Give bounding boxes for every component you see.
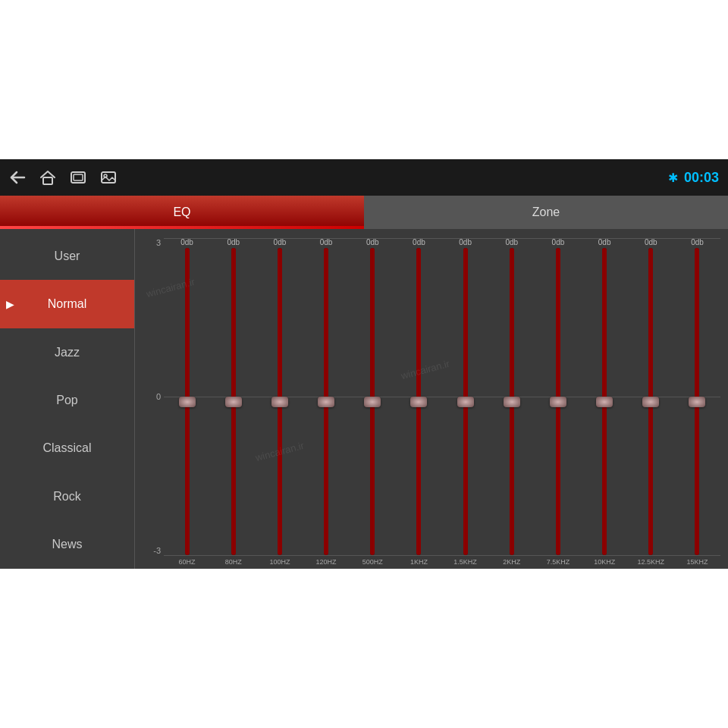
slider-thumb-2[interactable] bbox=[271, 397, 288, 407]
bluetooth-icon: ✱ bbox=[668, 171, 678, 185]
tab-zone[interactable]: Zone bbox=[364, 196, 728, 229]
tab-eq[interactable]: EQ bbox=[0, 196, 364, 229]
hz-label-9: 10KHZ bbox=[582, 558, 628, 566]
slider-thumb-1[interactable] bbox=[225, 397, 242, 407]
home-button[interactable] bbox=[39, 170, 56, 185]
slider-track-wrap-3 bbox=[303, 248, 350, 555]
hz-label-7: 2KHZ bbox=[488, 558, 535, 566]
slider-track-0 bbox=[185, 248, 190, 555]
window-button[interactable] bbox=[70, 171, 86, 184]
slider-fill-bot-5 bbox=[416, 402, 421, 556]
slider-thumb-9[interactable] bbox=[596, 397, 613, 407]
slider-track-7 bbox=[510, 248, 514, 555]
slider-track-wrap-0 bbox=[164, 248, 210, 555]
slider-fill-bot-9 bbox=[602, 402, 607, 556]
sidebar-item-news[interactable]: News bbox=[0, 521, 134, 569]
slider-fill-top-7 bbox=[510, 248, 514, 402]
slider-fill-top-10 bbox=[648, 248, 653, 402]
hz-label-4: 500HZ bbox=[350, 558, 396, 566]
hz-label-10: 12.5KHZ bbox=[628, 558, 674, 566]
db-label-7: 0db bbox=[505, 238, 518, 246]
sidebar-item-pop[interactable]: Pop bbox=[0, 376, 134, 424]
slider-fill-top-6 bbox=[463, 248, 468, 402]
grid-line-bot bbox=[164, 555, 720, 556]
slider-thumb-4[interactable] bbox=[364, 397, 381, 407]
slider-thumb-3[interactable] bbox=[318, 397, 334, 407]
hz-label-3: 120HZ bbox=[303, 558, 350, 566]
slider-track-wrap-5 bbox=[396, 248, 442, 555]
db-label-0: 0db bbox=[180, 238, 193, 246]
slider-fill-top-4 bbox=[370, 248, 375, 402]
svg-rect-4 bbox=[102, 172, 115, 183]
slider-track-wrap-4 bbox=[350, 248, 396, 555]
image-button[interactable] bbox=[100, 171, 117, 184]
slider-track-4 bbox=[370, 248, 375, 555]
db-label-10: 0db bbox=[645, 238, 657, 246]
eq-band-2KHZ[interactable]: 0db bbox=[488, 238, 535, 555]
slider-fill-bot-11 bbox=[695, 402, 699, 556]
slider-fill-bot-8 bbox=[556, 402, 560, 556]
back-button[interactable] bbox=[9, 171, 26, 184]
slider-track-6 bbox=[463, 248, 468, 555]
slider-fill-top-3 bbox=[324, 248, 328, 402]
scale-bot: -3 bbox=[153, 546, 161, 555]
slider-fill-bot-0 bbox=[185, 402, 190, 556]
slider-track-wrap-6 bbox=[442, 248, 488, 555]
slider-track-wrap-9 bbox=[582, 248, 628, 555]
slider-track-wrap-2 bbox=[256, 248, 303, 555]
eq-band-15KHZ[interactable]: 0db bbox=[674, 238, 720, 555]
slider-track-3 bbox=[324, 248, 328, 555]
eq-band-80HZ[interactable]: 0db bbox=[210, 238, 256, 555]
scale-mid: 0 bbox=[156, 392, 161, 401]
main-content: User ▶ Normal Jazz Pop Classical Rock Ne… bbox=[0, 229, 728, 569]
eq-band-100HZ[interactable]: 0db bbox=[256, 238, 303, 555]
slider-thumb-8[interactable] bbox=[550, 397, 566, 407]
sidebar-item-classical[interactable]: Classical bbox=[0, 425, 134, 472]
slider-fill-bot-4 bbox=[370, 402, 375, 556]
eq-band-1.5KHZ[interactable]: 0db bbox=[442, 238, 488, 555]
slider-thumb-10[interactable] bbox=[642, 397, 659, 407]
slider-fill-top-5 bbox=[416, 248, 421, 402]
slider-track-2 bbox=[278, 248, 282, 555]
slider-track-11 bbox=[695, 248, 699, 555]
eq-band-120HZ[interactable]: 0db bbox=[303, 238, 350, 555]
sidebar-item-jazz[interactable]: Jazz bbox=[0, 328, 134, 376]
slider-fill-bot-1 bbox=[231, 402, 236, 556]
play-arrow-icon: ▶ bbox=[6, 298, 14, 310]
slider-track-wrap-1 bbox=[210, 248, 256, 555]
eq-band-7.5KHZ[interactable]: 0db bbox=[535, 238, 581, 555]
slider-track-wrap-7 bbox=[488, 248, 535, 555]
hz-label-1: 80HZ bbox=[210, 558, 256, 566]
sidebar-item-rock[interactable]: Rock bbox=[0, 472, 134, 520]
slider-thumb-7[interactable] bbox=[504, 397, 520, 407]
hz-label-5: 1KHZ bbox=[396, 558, 442, 566]
slider-thumb-5[interactable] bbox=[410, 397, 427, 407]
slider-thumb-11[interactable] bbox=[689, 397, 705, 407]
eq-band-500HZ[interactable]: 0db bbox=[350, 238, 396, 555]
slider-thumb-6[interactable] bbox=[457, 397, 474, 407]
db-label-6: 0db bbox=[459, 238, 472, 246]
tab-bar: EQ Zone bbox=[0, 196, 728, 229]
hz-label-0: 60HZ bbox=[164, 558, 210, 566]
slider-track-5 bbox=[416, 248, 421, 555]
top-nav-icons bbox=[9, 170, 117, 185]
eq-band-1KHZ[interactable]: 0db bbox=[396, 238, 442, 555]
slider-fill-top-2 bbox=[278, 248, 282, 402]
slider-track-8 bbox=[556, 248, 560, 555]
slider-fill-bot-6 bbox=[463, 402, 468, 556]
slider-thumb-0[interactable] bbox=[179, 397, 196, 407]
eq-band-10KHZ[interactable]: 0db bbox=[582, 238, 628, 555]
slider-track-1 bbox=[231, 248, 236, 555]
eq-band-60HZ[interactable]: 0db bbox=[164, 238, 210, 555]
db-label-4: 0db bbox=[366, 238, 379, 246]
slider-track-wrap-10 bbox=[628, 248, 674, 555]
svg-rect-1 bbox=[43, 177, 52, 184]
db-label-5: 0db bbox=[413, 238, 425, 246]
sidebar-item-user[interactable]: User bbox=[0, 232, 134, 280]
scale-top: 3 bbox=[156, 238, 161, 247]
hz-label-11: 15KHZ bbox=[674, 558, 720, 566]
sidebar-item-normal[interactable]: ▶ Normal bbox=[0, 280, 134, 328]
slider-fill-top-11 bbox=[695, 248, 699, 402]
eq-band-12.5KHZ[interactable]: 0db bbox=[628, 238, 674, 555]
top-bar-right: ✱ 00:03 bbox=[668, 170, 719, 186]
